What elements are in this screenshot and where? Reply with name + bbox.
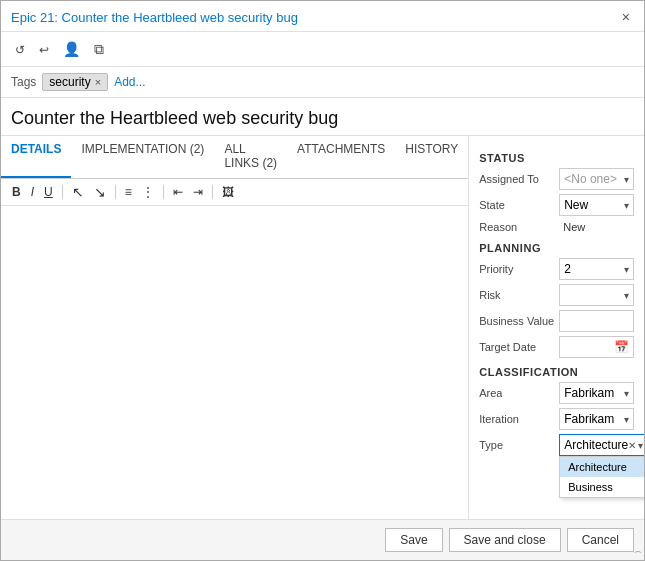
image-button[interactable]: 🖼 bbox=[219, 184, 237, 200]
toolbar: ↺ ↩ 👤 ⧉ bbox=[1, 32, 644, 67]
copy-button[interactable]: ⧉ bbox=[90, 38, 108, 60]
iteration-row: Iteration Fabrikam ▾ bbox=[479, 408, 634, 430]
target-date-value: 📅 bbox=[559, 336, 634, 358]
footer: Save Save and close Cancel bbox=[1, 519, 644, 560]
priority-text: 2 bbox=[564, 262, 571, 276]
type-text: Architecture bbox=[564, 438, 628, 452]
copy-icon: ⧉ bbox=[94, 41, 104, 57]
state-row: State New ▾ bbox=[479, 194, 634, 216]
priority-label: Priority bbox=[479, 263, 559, 275]
business-value-field bbox=[559, 310, 634, 332]
risk-row: Risk ▾ bbox=[479, 284, 634, 306]
editor-toolbar: B I U ↖ ↘ ≡ ⋮ ⇤ ⇥ 🖼 bbox=[1, 179, 468, 206]
person-icon: 👤 bbox=[63, 41, 80, 57]
right-panel: STATUS Assigned To <No one> ▾ State New … bbox=[469, 136, 644, 519]
left-panel: DETAILS IMPLEMENTATION (2) ALL LINKS (2)… bbox=[1, 136, 469, 519]
assigned-to-value: <No one> ▾ bbox=[559, 168, 634, 190]
tabs: DETAILS IMPLEMENTATION (2) ALL LINKS (2)… bbox=[1, 136, 468, 179]
type-option-architecture[interactable]: Architecture bbox=[560, 457, 644, 477]
risk-value: ▾ bbox=[559, 284, 634, 306]
tab-all-links[interactable]: ALL LINKS (2) bbox=[214, 136, 287, 178]
risk-arrow-icon: ▾ bbox=[624, 290, 629, 301]
tags-label: Tags bbox=[11, 75, 36, 89]
tag-remove-button[interactable]: × bbox=[95, 76, 101, 88]
business-value-row: Business Value bbox=[479, 310, 634, 332]
target-date-row: Target Date 📅 bbox=[479, 336, 634, 358]
tag-text: security bbox=[49, 75, 90, 89]
type-row: Type Architecture ✕ ▾ Architecture Busin… bbox=[479, 434, 634, 456]
iteration-dropdown[interactable]: Fabrikam ▾ bbox=[559, 408, 634, 430]
iteration-arrow-icon: ▾ bbox=[624, 414, 629, 425]
area-arrow-icon: ▾ bbox=[624, 388, 629, 399]
reason-row: Reason New bbox=[479, 220, 634, 234]
type-clear-button[interactable]: ✕ bbox=[628, 440, 636, 451]
status-section-header: STATUS bbox=[479, 152, 634, 164]
resize-handle: ⌢ bbox=[634, 544, 642, 558]
area-text: Fabrikam bbox=[564, 386, 614, 400]
area-row: Area Fabrikam ▾ bbox=[479, 382, 634, 404]
assigned-to-row: Assigned To <No one> ▾ bbox=[479, 168, 634, 190]
separator-4 bbox=[212, 185, 213, 199]
ordered-list-button[interactable]: ⋮ bbox=[139, 184, 157, 200]
unordered-list-button[interactable]: ≡ bbox=[122, 184, 135, 200]
type-label: Type bbox=[479, 439, 559, 451]
work-item-title: Counter the Heartbleed web security bug bbox=[1, 98, 644, 136]
tab-details[interactable]: DETAILS bbox=[1, 136, 71, 178]
calendar-icon: 📅 bbox=[614, 340, 629, 354]
indent2-button[interactable]: ⇥ bbox=[190, 184, 206, 200]
save-close-button[interactable]: Save and close bbox=[449, 528, 561, 552]
area-value: Fabrikam ▾ bbox=[559, 382, 634, 404]
iteration-value: Fabrikam ▾ bbox=[559, 408, 634, 430]
separator-3 bbox=[163, 185, 164, 199]
title-bar: Epic 21: Counter the Heartbleed web secu… bbox=[1, 1, 644, 32]
close-button[interactable]: × bbox=[618, 9, 634, 25]
main-content: DETAILS IMPLEMENTATION (2) ALL LINKS (2)… bbox=[1, 136, 644, 519]
type-dropdown-menu: Architecture Business bbox=[559, 456, 644, 498]
type-arrow-icon: ▾ bbox=[638, 440, 643, 451]
reason-value: New bbox=[559, 220, 634, 234]
undo-button[interactable]: ↩ bbox=[35, 38, 53, 60]
assigned-to-arrow-icon: ▾ bbox=[624, 174, 629, 185]
state-text: New bbox=[564, 198, 588, 212]
separator-1 bbox=[62, 185, 63, 199]
editor-area[interactable] bbox=[1, 206, 468, 519]
tab-history[interactable]: HISTORY bbox=[395, 136, 468, 178]
business-value-input[interactable] bbox=[559, 310, 634, 332]
state-label: State bbox=[479, 199, 559, 211]
add-tag-link[interactable]: Add... bbox=[114, 75, 145, 89]
iteration-label: Iteration bbox=[479, 413, 559, 425]
state-dropdown[interactable]: New ▾ bbox=[559, 194, 634, 216]
risk-dropdown[interactable]: ▾ bbox=[559, 284, 634, 306]
business-value-label: Business Value bbox=[479, 315, 559, 327]
area-dropdown[interactable]: Fabrikam ▾ bbox=[559, 382, 634, 404]
outdent2-button[interactable]: ⇤ bbox=[170, 184, 186, 200]
cancel-button[interactable]: Cancel bbox=[567, 528, 634, 552]
assign-button[interactable]: 👤 bbox=[59, 38, 84, 60]
state-arrow-icon: ▾ bbox=[624, 200, 629, 211]
separator-2 bbox=[115, 185, 116, 199]
save-button[interactable]: Save bbox=[385, 528, 442, 552]
assigned-to-text: <No one> bbox=[564, 172, 617, 186]
tags-row: Tags security × Add... bbox=[1, 67, 644, 98]
tab-implementation[interactable]: IMPLEMENTATION (2) bbox=[71, 136, 214, 178]
type-option-business[interactable]: Business bbox=[560, 477, 644, 497]
dialog: Epic 21: Counter the Heartbleed web secu… bbox=[0, 0, 645, 561]
refresh-button[interactable]: ↺ bbox=[11, 38, 29, 60]
target-date-input[interactable]: 📅 bbox=[559, 336, 634, 358]
underline-button[interactable]: U bbox=[41, 184, 56, 200]
priority-dropdown[interactable]: 2 ▾ bbox=[559, 258, 634, 280]
type-input-wrap: Architecture ✕ ▾ Architecture Business bbox=[559, 434, 644, 456]
outdent-button[interactable]: ↘ bbox=[91, 183, 109, 201]
indent-button[interactable]: ↖ bbox=[69, 183, 87, 201]
risk-label: Risk bbox=[479, 289, 559, 301]
italic-button[interactable]: I bbox=[28, 184, 37, 200]
dialog-title: Epic 21: Counter the Heartbleed web secu… bbox=[11, 10, 298, 25]
bold-button[interactable]: B bbox=[9, 184, 24, 200]
assigned-to-dropdown[interactable]: <No one> ▾ bbox=[559, 168, 634, 190]
iteration-text: Fabrikam bbox=[564, 412, 614, 426]
classification-section-header: CLASSIFICATION bbox=[479, 366, 634, 378]
type-dropdown[interactable]: Architecture ✕ ▾ bbox=[559, 434, 644, 456]
undo-icon: ↩ bbox=[39, 43, 49, 57]
tab-attachments[interactable]: ATTACHMENTS bbox=[287, 136, 395, 178]
planning-section-header: PLANNING bbox=[479, 242, 634, 254]
